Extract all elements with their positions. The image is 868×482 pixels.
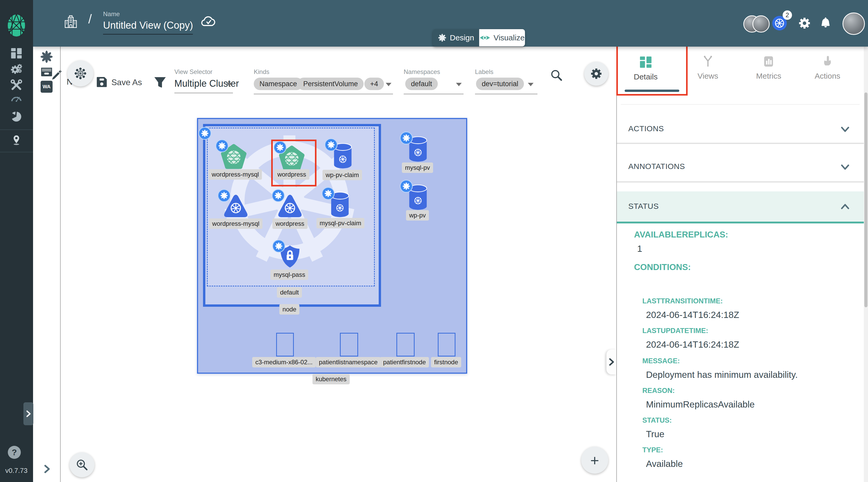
- organization-icon[interactable]: [63, 14, 78, 29]
- namespace-label: default: [277, 287, 302, 298]
- name-input-underline: [103, 34, 193, 35]
- status-key: AVAILABLEREPLICAS:: [634, 230, 728, 240]
- chevron-down-icon[interactable]: [840, 162, 850, 172]
- accordion-status-label: STATUS: [628, 202, 659, 211]
- namespaces-underline: [404, 94, 464, 94]
- chevron-down-icon[interactable]: [840, 124, 850, 134]
- status-value: 1: [637, 243, 642, 254]
- node-patientfirstnode[interactable]: [396, 333, 414, 357]
- search-icon[interactable]: [550, 68, 563, 82]
- status-value: MinimumReplicasAvailable: [646, 399, 755, 410]
- mode-toggle: Design Visualize: [433, 29, 525, 47]
- annotation-box-details-tab: [616, 45, 688, 96]
- tab-views-label: Views: [698, 71, 718, 81]
- sidebar-item-configuration[interactable]: [10, 79, 22, 91]
- view-selector-caret[interactable]: [226, 83, 232, 86]
- dock-flower-button[interactable]: [67, 60, 93, 86]
- meshery-badge-icon: [217, 189, 231, 202]
- status-key: LASTUPDATETIME:: [642, 327, 708, 335]
- user-avatar[interactable]: [842, 12, 865, 35]
- node-label: wordpress: [273, 218, 308, 229]
- status-key: CONDITIONS:: [634, 262, 691, 272]
- visualize-eye-icon: [479, 34, 490, 42]
- node-boundary-label: node: [279, 304, 299, 314]
- status-key: LASTTRANSITIONTIME:: [642, 297, 723, 305]
- design-label: Design: [450, 33, 474, 42]
- sidebar-item-lifecycle[interactable]: [10, 63, 23, 76]
- sidebar-item-performance[interactable]: [10, 93, 22, 105]
- sidebar-item-dashboard[interactable]: [10, 48, 22, 59]
- panel-hr: [621, 104, 860, 105]
- details-panel: Details Views Metrics Actions ACTIONS AN…: [617, 47, 864, 482]
- accordion-status[interactable]: STATUS: [617, 191, 864, 223]
- node-label: mysql-pv-claim: [316, 218, 364, 229]
- sidebar-item-environments[interactable]: [10, 134, 22, 146]
- zoom-in-button[interactable]: [69, 452, 94, 477]
- node-label: mysql-pv: [402, 162, 433, 173]
- edit-pencil-icon[interactable]: [50, 69, 63, 82]
- kinds-label: Kinds: [254, 68, 269, 76]
- status-key: REASON:: [642, 387, 675, 395]
- annotation-box-wordpress: [271, 140, 316, 186]
- status-value: True: [646, 429, 664, 439]
- panel-hr: [617, 181, 864, 183]
- status-value: 2024-06-14T16:24:18Z: [646, 339, 739, 350]
- sidebar-expand-tab[interactable]: [24, 402, 33, 425]
- panel-collapse-tab[interactable]: [607, 350, 616, 374]
- accordion-annotations[interactable]: ANNOTATIONS: [628, 162, 685, 171]
- node-patientlistnamespace[interactable]: [340, 333, 358, 357]
- node-label: wp-pv: [406, 210, 429, 220]
- node-label: wp-pv-claim: [322, 170, 362, 180]
- zoom-in-icon: [75, 458, 89, 472]
- expand-panel-chevron-icon[interactable]: [42, 464, 52, 474]
- name-field-label: Name: [103, 10, 120, 18]
- kinds-caret[interactable]: [386, 83, 392, 86]
- tab-metrics-label: Metrics: [756, 71, 781, 81]
- sidebar-divider: [0, 129, 33, 130]
- node-label: wordpress-mysql: [209, 169, 262, 180]
- kind-chip-namespace[interactable]: Namespace: [254, 78, 303, 90]
- meshery-badge-icon: [400, 179, 413, 193]
- tab-visualize[interactable]: Visualize: [479, 29, 525, 47]
- settings-gear-icon[interactable]: [798, 17, 811, 29]
- kind-chip-persistentvolume[interactable]: PersistentVolume: [298, 78, 364, 90]
- tab-actions[interactable]: Actions: [815, 55, 840, 81]
- labels-caret[interactable]: [528, 83, 533, 86]
- namespaces-caret[interactable]: [456, 83, 462, 86]
- node-label: mysql-pass: [271, 270, 308, 280]
- add-node-button[interactable]: +: [581, 447, 608, 474]
- node-c3-medium[interactable]: [276, 333, 294, 357]
- notifications-bell-icon[interactable]: [819, 17, 832, 29]
- accordion-actions[interactable]: ACTIONS: [628, 124, 664, 133]
- meshery-badge-icon: [321, 187, 335, 200]
- chevron-up-icon: [840, 202, 850, 212]
- app-sidebar: ? v0.7.73: [0, 0, 33, 482]
- help-button[interactable]: ?: [8, 446, 21, 459]
- tab-design[interactable]: Design: [433, 29, 479, 47]
- tab-actions-label: Actions: [815, 71, 840, 81]
- context-count-badge: 2: [783, 10, 792, 20]
- cluster-label: kubernetes: [313, 374, 350, 384]
- node-label: wordpress-mysql: [209, 218, 262, 229]
- label-chip-dev-tutorial[interactable]: dev=tutorial: [476, 78, 524, 90]
- scrollbar-thumb[interactable]: [864, 92, 867, 307]
- sidebar-item-extensions[interactable]: [10, 111, 22, 123]
- save-as-button[interactable]: Save As: [112, 78, 142, 87]
- tab-metrics[interactable]: Metrics: [756, 55, 781, 81]
- meshery-badge-icon: [198, 126, 212, 140]
- namespace-chip-default[interactable]: default: [405, 78, 438, 90]
- canvas-settings-button[interactable]: [584, 62, 608, 86]
- meshery-logo[interactable]: [5, 13, 27, 37]
- kind-chip-more[interactable]: +4: [364, 78, 384, 90]
- tab-views[interactable]: Views: [698, 55, 718, 81]
- actions-icon: [821, 55, 834, 68]
- save-as-icon[interactable]: [96, 76, 108, 88]
- collaborator-avatar[interactable]: [752, 16, 770, 33]
- name-input[interactable]: Untitled View (Copy): [103, 20, 193, 31]
- node-firstnode[interactable]: [438, 333, 456, 357]
- meshery-design-icon[interactable]: [40, 50, 53, 64]
- filter-funnel-icon[interactable]: [154, 76, 166, 89]
- status-key: STATUS:: [642, 416, 672, 424]
- panel-hr: [617, 143, 864, 144]
- wasm-filter-icon[interactable]: WA: [40, 81, 53, 93]
